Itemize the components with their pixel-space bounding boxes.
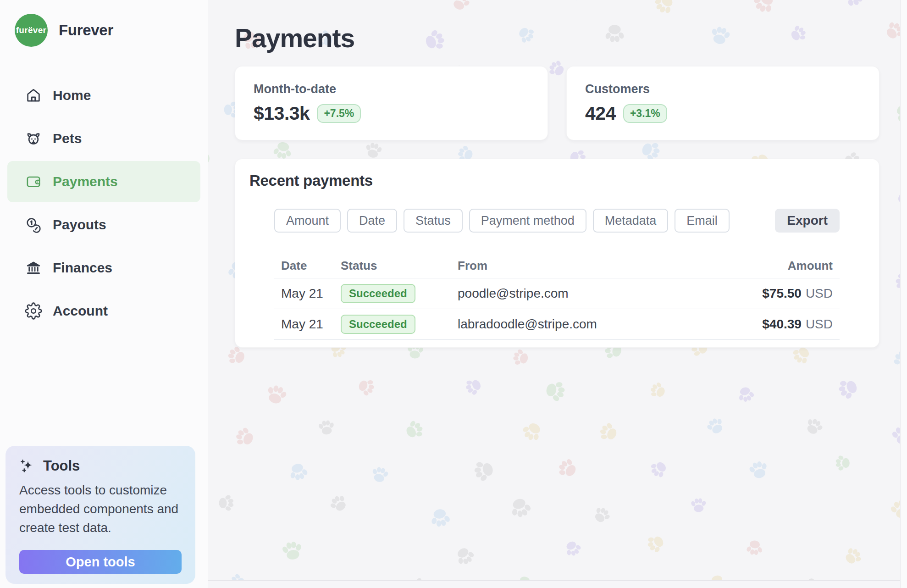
section-title: Recent payments xyxy=(249,172,879,189)
sidebar-item-label: Pets xyxy=(53,131,82,146)
sidebar-item-label: Home xyxy=(53,88,91,103)
payment-currency: USD xyxy=(806,286,833,300)
coins-icon xyxy=(24,216,43,234)
stat-card-month-to-date: Month-to-date $13.3k +7.5% xyxy=(235,66,548,140)
filter-amount-button[interactable]: Amount xyxy=(274,209,341,233)
payment-from: labradoodle@stripe.com xyxy=(458,317,686,332)
sidebar-item-account[interactable]: Account xyxy=(7,290,200,332)
filter-email-button[interactable]: Email xyxy=(675,209,730,233)
filters-row: Amount Date Status Payment method Metada… xyxy=(274,209,840,233)
column-header-from: From xyxy=(458,259,686,273)
brand: furëver Furever xyxy=(15,14,208,47)
logo-text: furëver xyxy=(16,25,47,35)
wallet-icon xyxy=(24,172,43,191)
sidebar-item-home[interactable]: Home xyxy=(7,75,200,116)
page-content: Payments Month-to-date $13.3k +7.5% Cust… xyxy=(208,0,907,348)
brand-name: Furever xyxy=(59,22,113,39)
sidebar-item-payments[interactable]: Payments xyxy=(7,161,200,202)
filter-date-button[interactable]: Date xyxy=(347,209,397,233)
sidebar-item-label: Payments xyxy=(53,174,118,189)
furever-logo[interactable]: furëver xyxy=(15,14,48,47)
home-icon xyxy=(24,86,43,105)
column-header-status: Status xyxy=(341,259,458,273)
main-content: Payments Month-to-date $13.3k +7.5% Cust… xyxy=(208,0,907,588)
sparkles-icon xyxy=(19,458,35,474)
tools-title: Tools xyxy=(43,458,80,474)
table-header-row: Date Status From Amount xyxy=(274,254,840,278)
dog-icon xyxy=(24,129,43,148)
sidebar-item-label: Finances xyxy=(53,260,112,276)
payments-table: Date Status From Amount May 21 Succeeded… xyxy=(274,254,840,340)
sidebar-nav: Home Pets xyxy=(7,75,200,332)
open-tools-button[interactable]: Open tools xyxy=(19,550,182,574)
payment-amount: $75.50 xyxy=(762,286,802,300)
tools-description: Access tools to customize embedded compo… xyxy=(19,481,182,537)
bank-icon xyxy=(24,259,43,277)
export-button[interactable]: Export xyxy=(775,209,840,233)
payment-date: May 21 xyxy=(281,317,341,332)
stat-value: 424 xyxy=(585,103,616,124)
stats-row: Month-to-date $13.3k +7.5% Customers 424… xyxy=(235,66,879,140)
tools-card: Tools Access tools to customize embedded… xyxy=(6,446,195,584)
payment-row[interactable]: May 21 Succeeded labradoodle@stripe.com … xyxy=(274,309,840,340)
filter-payment-method-button[interactable]: Payment method xyxy=(469,209,586,233)
stat-label: Customers xyxy=(585,82,861,96)
payment-currency: USD xyxy=(806,317,833,331)
footer-strip xyxy=(208,580,907,588)
payment-from: poodle@stripe.com xyxy=(458,286,686,301)
delta-badge: +7.5% xyxy=(317,104,361,123)
tools-header: Tools xyxy=(19,458,182,474)
stat-label: Month-to-date xyxy=(254,82,529,96)
stat-card-customers: Customers 424 +3.1% xyxy=(566,66,879,140)
gear-icon xyxy=(24,302,43,320)
payment-amount: $40.39 xyxy=(762,317,802,331)
sidebar-item-pets[interactable]: Pets xyxy=(7,118,200,159)
app-root: furëver Furever Home xyxy=(0,0,907,588)
sidebar-item-label: Payouts xyxy=(53,217,106,233)
sidebar-item-finances[interactable]: Finances xyxy=(7,247,200,288)
filter-metadata-button[interactable]: Metadata xyxy=(593,209,669,233)
payment-row[interactable]: May 21 Succeeded poodle@stripe.com $75.5… xyxy=(274,278,840,309)
sidebar: furëver Furever Home xyxy=(0,0,208,588)
recent-payments-card: Recent payments Amount Date Status Payme… xyxy=(235,159,879,348)
page-title: Payments xyxy=(235,23,879,53)
sidebar-item-label: Account xyxy=(53,303,108,319)
delta-badge: +3.1% xyxy=(623,104,667,123)
filter-status-button[interactable]: Status xyxy=(404,209,463,233)
stat-value: $13.3k xyxy=(254,103,310,124)
column-header-amount: Amount xyxy=(686,259,833,273)
scrollbar-gutter[interactable] xyxy=(900,0,907,588)
sidebar-item-payouts[interactable]: Payouts xyxy=(7,204,200,245)
status-badge: Succeeded xyxy=(341,284,415,303)
status-badge: Succeeded xyxy=(341,315,415,334)
column-header-date: Date xyxy=(281,259,341,273)
payment-date: May 21 xyxy=(281,286,341,301)
